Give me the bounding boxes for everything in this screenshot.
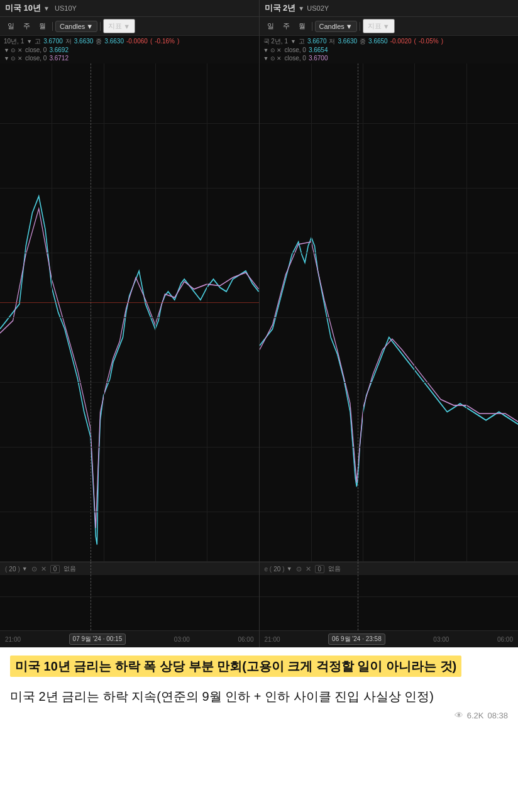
candles-chevron-icon-right: ▼: [346, 23, 353, 30]
indicator-row-2-left: ▼ ⊙ ✕ close, 0 3.6712: [4, 54, 255, 62]
grid-v-2: [104, 63, 104, 561]
ohlc-line-right: 국 2년, 1 ▼ 고 3.6670 저 3.6630 종 3.6650 -0.…: [263, 37, 515, 46]
indicator-row-1-right: ▼ ⊙ ✕ close, 0 3.6654: [263, 46, 515, 54]
ind-value-1-left: 3.6692: [49, 47, 69, 53]
low-label-left: 저: [65, 37, 72, 46]
highlighted-text: 미국 10년 금리는 하락 폭 상당 부분 만회(고용이 크게 걱정할 일이 아…: [10, 656, 461, 677]
ind-name-1-right: close, 0: [284, 47, 306, 53]
grid-v-r3: [414, 63, 415, 561]
chevron-period-left: ▼: [22, 566, 28, 572]
change-pct-val-right: -0.05%: [419, 37, 439, 46]
ind-value-2-right: 3.6700: [309, 55, 328, 62]
toolbar-us10y: 일 주 월 Candles ▼ 지표 ▼: [0, 17, 259, 36]
grid-h-4: [0, 317, 259, 318]
ind-controls-2-right: ▼ ⊙ ✕: [263, 55, 282, 62]
indicators-btn-right[interactable]: 지표 ▼: [363, 19, 395, 33]
close-icon-left: ✕: [41, 565, 47, 573]
timeframe-day-btn-left[interactable]: 일: [4, 20, 18, 32]
timeframe-day-btn-right[interactable]: 일: [263, 20, 278, 32]
chevron-down-icon: ▼: [43, 5, 50, 12]
indicators-chevron-icon-right: ▼: [383, 23, 390, 30]
candles-btn-right[interactable]: Candles ▼: [315, 21, 357, 32]
sub-grid-h: [0, 596, 259, 597]
grid-h-5: [0, 382, 259, 383]
text-section: 미국 10년 금리는 하락 폭 상당 부분 만회(고용이 크게 걱정할 일이 아…: [0, 647, 518, 812]
indicator-row-2-right: ▼ ⊙ ✕ close, 0 3.6700: [263, 54, 515, 62]
ohlc-bar-us10y: 10년, 1 ▼ 고 3.6700 저 3.6630 종 3.6630 -0.0…: [0, 36, 259, 63]
high-value-right: 3.6670: [307, 37, 327, 46]
period-value-left: 20: [9, 566, 16, 573]
candles-label-right: Candles: [319, 23, 344, 30]
time-bar-left: 21:00 07 9월 '24 · 00:15 03:00 06:00: [0, 630, 259, 647]
eye-icon: 👁: [455, 710, 463, 720]
low-value-right: 3.6630: [338, 37, 357, 46]
timeframe-week-btn-left[interactable]: 주: [19, 20, 34, 32]
period-label-r: e (: [265, 566, 272, 573]
bottom-bar-left: ( 20 ) ▼ ⊙ ✕ 0 없음: [0, 562, 259, 575]
close-label-left: 종: [96, 37, 102, 46]
chart-svg-right: [260, 63, 519, 561]
main-chart-area-right: [260, 63, 519, 561]
indicator-row-1-left: ▼ ⊙ ✕ close, 0 3.6692: [4, 46, 255, 54]
main-container: 미국 10년 ▼ US10Y 일 주 월 Candles ▼ 지표 ▼: [0, 0, 518, 812]
change-value-right: -0.0020: [390, 37, 412, 46]
period-control-right: e ( 20 ) ▼: [265, 566, 292, 573]
grid-h-r5: [260, 382, 519, 383]
grid-h-r2: [260, 188, 519, 189]
close-label-right: 종: [360, 37, 366, 46]
grid-h-7: [0, 512, 259, 512]
close-value-right: 3.6650: [368, 37, 388, 46]
chevron-icon-period: ▼: [26, 38, 32, 46]
chart-title-bar-us10y: 미국 10년 ▼ US10Y: [0, 0, 259, 17]
grid-h-r7: [260, 512, 519, 512]
chart-svg-left: [0, 63, 259, 561]
chevron-period-right: ▼: [287, 566, 292, 572]
candles-label-left: Candles: [60, 23, 85, 30]
grid-h-6: [0, 447, 259, 447]
ohlc-bar-us02y: 국 2년, 1 ▼ 고 3.6670 저 3.6630 종 3.6650 -0.…: [260, 36, 519, 63]
timeframe-month-btn-right[interactable]: 월: [295, 20, 309, 32]
sub-cursor-left: [91, 562, 91, 630]
indicator-controls-icon: ▼ ⊙ ✕: [4, 47, 23, 53]
period-label: (: [5, 566, 7, 573]
ind-value-1-right: 3.6654: [309, 47, 328, 53]
candles-btn-left[interactable]: Candles ▼: [55, 21, 97, 32]
high-label-right: 고: [299, 37, 305, 46]
indicators-btn-left[interactable]: 지표 ▼: [103, 19, 135, 33]
candles-chevron-icon: ▼: [86, 23, 93, 30]
separator2-right: [360, 22, 360, 31]
grid-v-r1: [311, 63, 312, 561]
visibility-icon-left: ⊙: [31, 565, 37, 573]
timeframe-month-btn-left[interactable]: 월: [35, 20, 50, 32]
change-pct-left: (: [150, 37, 152, 46]
ind-controls-1-right: ▼ ⊙ ✕: [263, 47, 282, 53]
none-label-right: 없음: [328, 564, 341, 573]
time-bar-right: 21:00 06 9월 '24 · 23:58 03:00 06:00: [260, 630, 519, 647]
charts-row: 미국 10년 ▼ US10Y 일 주 월 Candles ▼ 지표 ▼: [0, 0, 518, 647]
indicator-controls-icon-2: ▼ ⊙ ✕: [4, 55, 23, 62]
timeframe-week-btn-right[interactable]: 주: [279, 20, 294, 32]
indicators-label-right: 지표: [368, 21, 382, 31]
sub-chart-left: ( 20 ) ▼ ⊙ ✕ 0 없음: [0, 561, 259, 630]
sub-grid-h-right: [260, 596, 519, 597]
cursor-line-left: [91, 63, 91, 561]
chart-title-bar-us02y: 미국 2년 ▼ US02Y: [260, 0, 519, 17]
change-value-left: -0.0060: [126, 37, 148, 46]
separator2: [100, 22, 101, 31]
toolbar-us02y: 일 주 월 Candles ▼ 지표 ▼: [260, 17, 519, 36]
normal-text: 미국 2년 금리는 하락 지속(연준의 9월 인하 + 인하 사이클 진입 사실…: [10, 687, 508, 706]
time-label-03-left: 03:00: [174, 636, 190, 643]
separator-right: [312, 22, 312, 31]
sub-chart-right: e ( 20 ) ▼ ⊙ ✕ 0 없음: [260, 561, 519, 630]
cursor-line-right: [358, 63, 358, 561]
grid-v-r4: [466, 63, 467, 561]
chevron-icon-period-right: ▼: [290, 38, 296, 46]
none-label-left: 없음: [63, 564, 76, 573]
chart-line-cyan-right: [260, 238, 519, 486]
grid-v-r2: [363, 63, 363, 561]
ind-name-2-right: close, 0: [284, 55, 306, 62]
period-close-r: ): [282, 566, 284, 573]
separator: [52, 22, 53, 31]
chart-subtitle-us10y: US10Y: [55, 4, 77, 12]
grid-h-r3: [260, 253, 519, 253]
